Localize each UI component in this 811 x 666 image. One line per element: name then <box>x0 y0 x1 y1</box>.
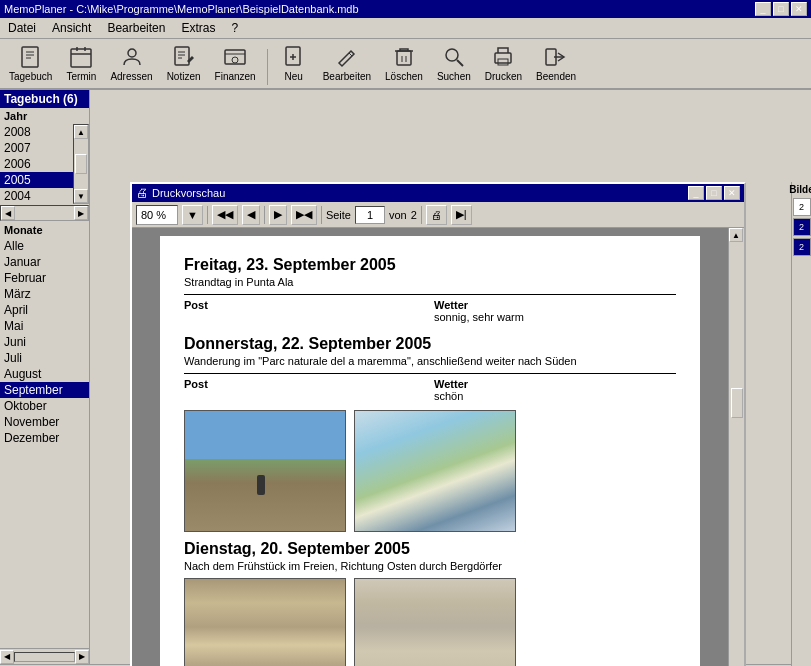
notizen-icon <box>172 45 196 69</box>
page-total: 2 <box>411 209 417 221</box>
preview-scroll-up[interactable]: ▲ <box>729 228 743 242</box>
year-2004[interactable]: 2004 <box>0 188 73 204</box>
month-mai[interactable]: Mai <box>0 318 89 334</box>
close-button[interactable]: ✕ <box>791 2 807 16</box>
menu-bearbeiten[interactable]: Bearbeiten <box>103 20 169 36</box>
print-btn[interactable]: 🖨 <box>426 205 447 225</box>
adressen-button[interactable]: Adressen <box>105 42 157 85</box>
beenden-button[interactable]: Beenden <box>531 42 581 85</box>
month-list: Alle Januar Februar März April Mai Juni … <box>0 238 89 648</box>
month-august[interactable]: August <box>0 366 89 382</box>
year-2008[interactable]: 2008 <box>0 124 73 140</box>
preview-title: Druckvorschau <box>152 187 225 199</box>
entry2-location: Wanderung im "Parc naturale del a maremm… <box>184 355 676 367</box>
month-juli[interactable]: Juli <box>0 350 89 366</box>
menu-extras[interactable]: Extras <box>177 20 219 36</box>
year-2006[interactable]: 2006 <box>0 156 73 172</box>
suchen-button[interactable]: Suchen <box>432 42 476 85</box>
svg-line-24 <box>457 60 463 66</box>
preview-page-scroll[interactable]: Freitag, 23. September 2005 Strandtag in… <box>132 228 728 666</box>
entry2-photos <box>184 410 676 532</box>
entry1-location: Strandtag in Punta Ala <box>184 276 676 288</box>
menu-ansicht[interactable]: Ansicht <box>48 20 95 36</box>
entry2: Donnerstag, 22. September 2005 Wanderung… <box>184 335 676 532</box>
minimize-button[interactable]: _ <box>755 2 771 16</box>
finanzen-label: Finanzen <box>215 71 256 82</box>
loschen-icon <box>392 45 416 69</box>
month-november[interactable]: November <box>0 414 89 430</box>
entry1-date: Freitag, 23. September 2005 <box>184 256 676 274</box>
app-title: MemoPlaner - C:\Mike\Programme\MemoPlane… <box>4 3 359 15</box>
right-panel-item-1[interactable]: 2 <box>793 198 811 216</box>
entry2-photo1 <box>184 410 346 532</box>
month-alle[interactable]: Alle <box>0 238 89 254</box>
right-panel-item-3[interactable]: 2 <box>793 238 811 256</box>
year-scroll-down[interactable]: ▼ <box>74 189 88 203</box>
drucken-button[interactable]: Drucken <box>480 42 527 85</box>
entry3-photos <box>184 578 676 666</box>
termin-icon <box>69 45 93 69</box>
month-september[interactable]: September <box>0 382 89 398</box>
termin-label: Termin <box>66 71 96 82</box>
month-juni[interactable]: Juni <box>0 334 89 350</box>
entry3-photo1 <box>184 578 346 666</box>
entry1-wetter-value: sonnig, sehr warm <box>434 311 676 323</box>
tagebuch-button[interactable]: Tagebuch <box>4 42 57 85</box>
nav-last-btn[interactable]: ▶◀ <box>291 205 317 225</box>
neu-icon <box>282 45 306 69</box>
neu-button[interactable]: Neu <box>274 42 314 85</box>
year-scroll-right[interactable]: ▶ <box>74 206 88 220</box>
preview-toolbar: 80 % ▼ ◀◀ ◀ ▶ ▶◀ Seite von 2 🖨 ▶| <box>132 202 744 228</box>
preview-close[interactable]: ✕ <box>724 186 740 200</box>
month-marz[interactable]: März <box>0 286 89 302</box>
sidebar-header: Tagebuch (6) <box>0 90 89 108</box>
month-section-label: Monate <box>0 222 89 238</box>
year-scroll-up[interactable]: ▲ <box>74 125 88 139</box>
month-februar[interactable]: Februar <box>0 270 89 286</box>
year-2005[interactable]: 2005 <box>0 172 73 188</box>
svg-line-19 <box>349 53 352 56</box>
preview-scrollbar: ▲ ▼ <box>728 228 744 666</box>
preview-page-inner: Freitag, 23. September 2005 Strandtag in… <box>160 236 700 666</box>
export-btn[interactable]: ▶| <box>451 205 472 225</box>
month-oktober[interactable]: Oktober <box>0 398 89 414</box>
preview-scroll-thumb[interactable] <box>731 388 743 418</box>
zoom-down-btn[interactable]: ▼ <box>182 205 203 225</box>
year-2007[interactable]: 2007 <box>0 140 73 156</box>
preview-maximize[interactable]: □ <box>706 186 722 200</box>
year-section-label: Jahr <box>0 108 89 124</box>
svg-rect-4 <box>71 49 91 67</box>
menu-help[interactable]: ? <box>227 20 242 36</box>
page-input[interactable] <box>355 206 385 224</box>
nav-next-btn[interactable]: ▶ <box>269 205 287 225</box>
sidebar-h-scroll-right[interactable]: ▶ <box>75 650 89 664</box>
svg-point-15 <box>232 57 238 63</box>
beenden-icon <box>544 45 568 69</box>
month-april[interactable]: April <box>0 302 89 318</box>
beenden-label: Beenden <box>536 71 576 82</box>
entry2-divider <box>184 373 676 374</box>
nav-first-btn[interactable]: ◀◀ <box>212 205 238 225</box>
svg-rect-0 <box>22 47 38 67</box>
preview-window: 🖨 Druckvorschau _ □ ✕ 80 % ▼ ◀◀ ◀ ▶ ▶◀ S… <box>130 182 746 666</box>
month-januar[interactable]: Januar <box>0 254 89 270</box>
entry2-date: Donnerstag, 22. September 2005 <box>184 335 676 353</box>
entry1-divider <box>184 294 676 295</box>
menu-datei[interactable]: Datei <box>4 20 40 36</box>
notizen-button[interactable]: Notizen <box>162 42 206 85</box>
entry1-fields: Post Wetter sonnig, sehr warm <box>184 299 676 323</box>
von-label: von <box>389 209 407 221</box>
nav-prev-btn[interactable]: ◀ <box>242 205 260 225</box>
loschen-button[interactable]: Löschen <box>380 42 428 85</box>
sidebar-h-scroll-left[interactable]: ◀ <box>0 650 14 664</box>
year-scroll-left[interactable]: ◀ <box>1 206 15 220</box>
year-scroll-thumb[interactable] <box>75 154 87 174</box>
month-dezember[interactable]: Dezember <box>0 430 89 446</box>
svg-point-8 <box>128 49 136 57</box>
finanzen-button[interactable]: Finanzen <box>210 42 261 85</box>
termin-button[interactable]: Termin <box>61 42 101 85</box>
right-panel-item-2[interactable]: 2 <box>793 218 811 236</box>
maximize-button[interactable]: □ <box>773 2 789 16</box>
bearbeiten-button[interactable]: Bearbeiten <box>318 42 376 85</box>
preview-minimize[interactable]: _ <box>688 186 704 200</box>
